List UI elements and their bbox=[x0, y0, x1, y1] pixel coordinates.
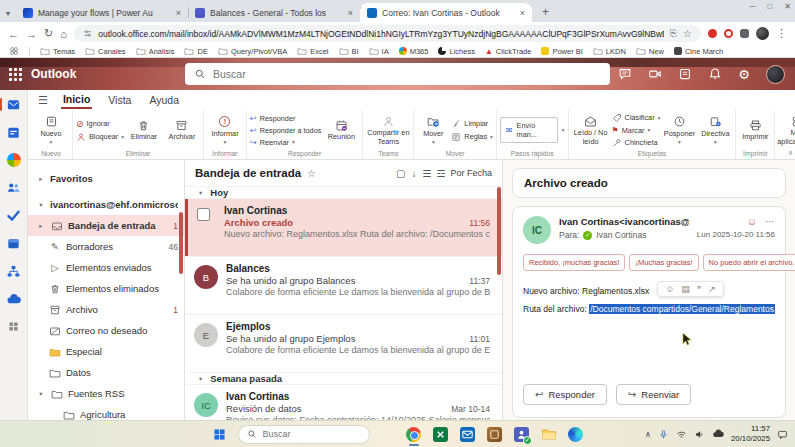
section-hoy[interactable]: ▾ Hoy bbox=[185, 186, 502, 198]
block-button[interactable]: Bloquear▾ bbox=[76, 132, 124, 142]
tab-close-icon[interactable]: × bbox=[348, 8, 353, 18]
select-all-icon[interactable]: ▢ bbox=[396, 168, 405, 179]
volume-icon[interactable] bbox=[694, 429, 705, 440]
folder-archive[interactable]: Archivo 1 bbox=[28, 299, 184, 320]
taskbar-teams-icon[interactable]: ✓ bbox=[513, 425, 531, 443]
folder-rss[interactable]: ▾ Fuentes RSS bbox=[28, 383, 184, 404]
taskbar-chrome-icon[interactable] bbox=[405, 425, 423, 443]
section-semana-pasada[interactable]: ▾ Semana pasada bbox=[185, 372, 502, 384]
tray-chevron-icon[interactable]: ∧ bbox=[645, 430, 651, 439]
bookmark-item[interactable]: Canales bbox=[85, 46, 126, 56]
folder-scrollbar[interactable] bbox=[179, 212, 183, 274]
archive-button[interactable]: Archivar bbox=[164, 118, 200, 141]
rail-people-icon[interactable] bbox=[0, 180, 28, 195]
bookmark-item[interactable]: Temas bbox=[40, 46, 75, 56]
rail-onedrive-icon[interactable] bbox=[0, 292, 28, 307]
address-bar[interactable]: outlook.office.com/mail/inbox/id/AAMkADV… bbox=[74, 25, 701, 42]
categorize-button[interactable]: Clasificar▾ bbox=[612, 113, 661, 123]
browser-menu-icon[interactable]: ⋮ bbox=[776, 27, 787, 40]
copilot-chat-icon[interactable] bbox=[618, 67, 632, 81]
reply-all-button[interactable]: ↩Responder a todos bbox=[250, 126, 321, 135]
wifi-icon[interactable] bbox=[676, 429, 687, 440]
taskbar-app-icon[interactable] bbox=[486, 425, 504, 443]
bookmark-item[interactable]: Excel bbox=[297, 46, 328, 56]
bookmark-item-m365[interactable]: M365 bbox=[399, 47, 429, 56]
tab-search-chevron-icon[interactable]: ▾ bbox=[4, 9, 16, 22]
bookmark-item[interactable]: DE bbox=[184, 46, 207, 56]
email-item-revision[interactable]: IC Ivan Cortinas Revisión de datosMar 10… bbox=[185, 384, 502, 420]
delete-button[interactable]: Eliminar bbox=[126, 118, 162, 141]
favorite-star-icon[interactable]: ☆ bbox=[307, 168, 316, 179]
list-scrollbar[interactable] bbox=[497, 187, 501, 275]
suggested-reply-button[interactable]: ¡Muchas gracias! bbox=[629, 254, 698, 271]
apps-grid-icon[interactable] bbox=[9, 46, 19, 56]
filter-icon[interactable]: ☰ bbox=[423, 168, 431, 179]
reply-button[interactable]: ↩Responder bbox=[523, 384, 607, 405]
search-bar[interactable] bbox=[185, 63, 610, 85]
sort-arrow-icon[interactable]: ↓ bbox=[412, 168, 417, 179]
search-input[interactable] bbox=[213, 68, 601, 80]
ribbon-tab-ayuda[interactable]: Ayuda bbox=[147, 92, 181, 108]
bookmark-star-icon[interactable]: ☆ bbox=[683, 28, 692, 39]
start-button[interactable] bbox=[211, 425, 229, 443]
folder-favoritos[interactable]: ▸ Favoritos bbox=[28, 168, 184, 189]
recipient-name[interactable]: Ivan Cortinas bbox=[596, 230, 646, 240]
rail-more-apps-icon[interactable] bbox=[0, 320, 28, 333]
chevron-down-icon[interactable]: ▾ bbox=[36, 390, 46, 398]
onedrive-cloud-icon[interactable] bbox=[712, 428, 724, 440]
folder-drafts[interactable]: ✎ Borradores 46 bbox=[28, 236, 184, 257]
ignore-button[interactable]: ⊘Ignorar bbox=[76, 119, 124, 129]
suggested-reply-button[interactable]: No puedo abrir el archivo. bbox=[703, 254, 795, 271]
rail-office-icon[interactable] bbox=[0, 153, 28, 167]
window-minimize-button[interactable]: ─ bbox=[750, 2, 756, 11]
reaction-icon[interactable]: ☺ bbox=[665, 284, 674, 294]
taskbar-search-input[interactable] bbox=[263, 429, 343, 439]
microphone-icon[interactable] bbox=[658, 429, 669, 440]
taskbar-excel-icon[interactable] bbox=[432, 425, 450, 443]
extensions-puzzle-icon[interactable] bbox=[740, 29, 749, 38]
share-to-teams-button[interactable]: Compartir en Teams bbox=[366, 114, 410, 145]
more-actions-icon[interactable]: ⋯ bbox=[765, 216, 775, 227]
bookmark-item[interactable]: New bbox=[636, 46, 664, 56]
snooze-button[interactable]: Posponer▾ bbox=[662, 115, 696, 145]
taskbar-search[interactable] bbox=[238, 425, 370, 444]
bookmark-item[interactable]: LKDN bbox=[593, 46, 626, 56]
ribbon-collapse-icon[interactable]: ∧ bbox=[788, 149, 793, 157]
sort-by-label[interactable]: Por Fecha bbox=[450, 168, 492, 178]
print-button[interactable]: Imprimir bbox=[739, 118, 771, 141]
app-launcher-icon[interactable] bbox=[9, 68, 22, 81]
bookmark-item-powerbi[interactable]: Power BI bbox=[541, 47, 582, 56]
ribbon-tab-vista[interactable]: Vista bbox=[106, 92, 133, 108]
home-button[interactable]: ⌂ bbox=[60, 28, 67, 40]
move-button[interactable]: Mover▾ bbox=[417, 115, 449, 145]
folder-agricultura[interactable]: Agricultura bbox=[28, 404, 184, 420]
back-button[interactable]: ← bbox=[8, 28, 19, 40]
flag-button[interactable]: ⚑Marcar▾ bbox=[612, 126, 661, 135]
quick-steps-expand-icon[interactable]: ▾ bbox=[562, 127, 565, 133]
policy-button[interactable]: Directiva▾ bbox=[698, 115, 732, 145]
rail-todo-icon[interactable] bbox=[0, 208, 28, 223]
bookmark-item-cinemarch[interactable]: Cine March bbox=[674, 47, 723, 56]
bookmark-item-lichess[interactable]: Lichess bbox=[438, 47, 474, 56]
email-item-balances[interactable]: B Balances Se ha unido al grupo Balances… bbox=[185, 256, 502, 314]
forward-button[interactable]: ↪Reenviar▾ bbox=[250, 138, 321, 147]
folder-deleted[interactable]: Elementos eliminados bbox=[28, 278, 184, 299]
folder-especial[interactable]: Especial bbox=[28, 341, 184, 362]
taskbar-clock[interactable]: 11:57 20/10/2025 bbox=[731, 424, 770, 443]
window-close-button[interactable]: ✕ bbox=[784, 2, 791, 11]
notifications-bell-icon[interactable] bbox=[708, 67, 722, 81]
reactions-smiley-icon[interactable]: ☺ bbox=[747, 216, 757, 227]
forward-button[interactable]: ↪Reenviar bbox=[616, 384, 691, 405]
account-avatar[interactable] bbox=[766, 65, 785, 84]
rail-mail-icon[interactable] bbox=[0, 97, 28, 112]
tab-close-icon[interactable]: × bbox=[176, 8, 181, 18]
new-tab-button[interactable]: + bbox=[532, 5, 559, 22]
chevron-right-icon[interactable]: ▸ bbox=[36, 222, 46, 230]
quote-icon[interactable]: ” bbox=[697, 284, 702, 294]
share-icon[interactable]: ↗ bbox=[708, 284, 716, 294]
settings-gear-icon[interactable]: ⚙ bbox=[738, 67, 750, 82]
note-icon[interactable]: ▤ bbox=[681, 284, 690, 294]
bookmark-item-clicktrade[interactable]: ▲ClickTrade bbox=[485, 47, 532, 56]
browser-profile-avatar[interactable] bbox=[756, 27, 769, 40]
taskbar-edge-icon[interactable] bbox=[567, 425, 585, 443]
